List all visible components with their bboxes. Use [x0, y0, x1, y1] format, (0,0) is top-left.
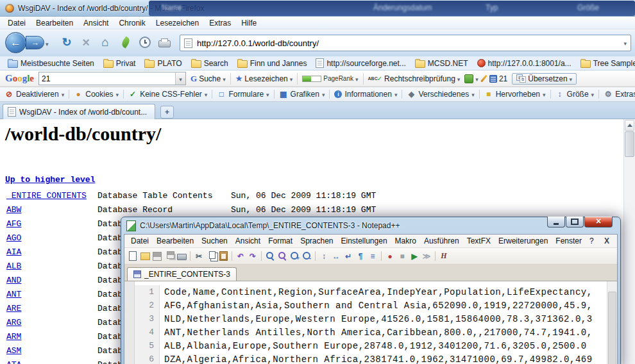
- print-icon[interactable]: [176, 251, 187, 261]
- menu-item[interactable]: Erweiterungen: [495, 236, 552, 246]
- spellcheck-button[interactable]: Rechtschreibprüfung: [368, 74, 461, 83]
- google-searchbox[interactable]: [38, 72, 186, 85]
- paste-icon[interactable]: [217, 251, 229, 261]
- google-search-button[interactable]: Suche: [190, 74, 226, 84]
- entry-link[interactable]: ANT: [6, 290, 97, 299]
- counter-widget[interactable]: 21: [489, 74, 507, 83]
- bookmark-item[interactable]: http://127.0.0.1:8001/a...: [473, 59, 575, 68]
- google-bookmarks-button[interactable]: Lesezeichen: [235, 74, 293, 83]
- url-bar[interactable]: [180, 35, 631, 51]
- refresh-button[interactable]: [59, 35, 74, 50]
- undo-icon[interactable]: ↶: [235, 251, 246, 261]
- replace-icon[interactable]: [276, 251, 288, 261]
- back-button[interactable]: [5, 32, 26, 53]
- entry-link[interactable]: AFG: [6, 219, 97, 229]
- history-button[interactable]: [137, 35, 153, 50]
- copy-icon[interactable]: [205, 251, 217, 261]
- entry-link[interactable]: ARE: [6, 304, 97, 313]
- entry-link[interactable]: ARM: [6, 332, 97, 342]
- editor-scrollbar-thumb[interactable]: [608, 292, 616, 364]
- history-dropdown-icon[interactable]: [46, 39, 49, 48]
- entry-link[interactable]: ALB: [6, 261, 97, 271]
- word-wrap-icon[interactable]: ↵: [343, 251, 354, 261]
- record-macro-icon[interactable]: ●: [384, 251, 396, 261]
- webdev-menu-button[interactable]: ✓ Keine CSS-Fehler: [128, 90, 214, 99]
- bookmark-item[interactable]: Tree Samples: [577, 59, 635, 68]
- entry-link[interactable]: AND: [6, 276, 97, 285]
- separator[interactable]: [232, 251, 232, 261]
- indent-guide-icon[interactable]: ≡: [367, 251, 378, 261]
- editor-area[interactable]: 1 Code,Name,Continent,Region,SurfaceArea…: [124, 281, 617, 364]
- entry-link[interactable]: AIA: [6, 247, 97, 257]
- menu-item[interactable]: Datei: [127, 236, 153, 246]
- bookmark-item[interactable]: Search: [187, 59, 232, 68]
- menu-item[interactable]: ?: [586, 236, 598, 246]
- stop-record-icon[interactable]: ■: [396, 251, 408, 261]
- menu-item[interactable]: TextFX: [463, 236, 495, 246]
- close-document-button[interactable]: X: [599, 236, 614, 245]
- webdev-menu-button[interactable]: i Informationen: [334, 90, 404, 99]
- webdev-menu-button[interactable]: ↕ Größe: [555, 90, 602, 99]
- document-tab[interactable]: _ENTIRE_CONTENTS-3: [127, 267, 237, 281]
- menu-item[interactable]: Makro: [391, 236, 420, 246]
- bookmark-item[interactable]: Finn und Jannes: [233, 59, 311, 68]
- separator[interactable]: [381, 251, 382, 261]
- print-button[interactable]: [157, 35, 172, 50]
- url-dropdown-icon[interactable]: [623, 38, 627, 47]
- google-search-input[interactable]: [39, 74, 175, 83]
- menu-item[interactable]: Suchen: [198, 236, 232, 246]
- menu-item[interactable]: Ansicht: [78, 17, 114, 29]
- webdev-menu-button[interactable]: ■ Hervorheben: [484, 90, 553, 99]
- find-icon[interactable]: [264, 251, 276, 261]
- tab-wsgidav[interactable]: WsgiDAV - Index of /world-db/count...: [3, 104, 155, 119]
- open-file-icon[interactable]: [139, 251, 151, 261]
- zoom-out-icon[interactable]: [301, 251, 312, 261]
- notepad-titlebar[interactable]: C:\Users\Martin\AppData\Local\Temp\_ENTI…: [124, 217, 618, 234]
- menu-item[interactable]: Format: [264, 236, 296, 246]
- entry-link[interactable]: ABW: [6, 205, 97, 215]
- new-tab-button[interactable]: +: [160, 106, 174, 119]
- minimize-button[interactable]: [547, 217, 565, 228]
- pagerank-widget[interactable]: PageRank: [302, 74, 358, 83]
- sync-vertical-icon[interactable]: ↕: [318, 251, 330, 261]
- forward-button[interactable]: [26, 36, 44, 49]
- menu-item[interactable]: Chronik: [114, 17, 150, 29]
- separator[interactable]: [315, 251, 316, 261]
- translate-button[interactable]: Übersetzen: [512, 73, 577, 85]
- view-html-icon[interactable]: H: [438, 251, 450, 261]
- entry-link[interactable]: _ENTIRE_CONTENTS: [6, 191, 97, 201]
- firefox-titlebar[interactable]: WsgiDAV - Index of /world-db/country/ - …: [0, 0, 635, 17]
- menu-item[interactable]: Bearbeiten: [31, 17, 78, 29]
- scrollbar-thumb[interactable]: [625, 131, 634, 157]
- bookmark-item[interactable]: Meistbesuchte Seiten: [4, 59, 98, 68]
- entry-link[interactable]: AGO: [6, 233, 97, 243]
- webdev-menu-button[interactable]: ● Cookies: [74, 90, 126, 99]
- menu-item[interactable]: Extras: [204, 17, 236, 29]
- webdev-menu-button[interactable]: ⊘ Deaktivieren: [4, 90, 71, 99]
- play-macro-icon[interactable]: ▶: [409, 251, 420, 261]
- google-search-dropdown[interactable]: [175, 72, 185, 85]
- cut-icon[interactable]: ✂: [193, 251, 205, 261]
- bookmark-item[interactable]: Privat: [99, 59, 140, 68]
- entry-link[interactable]: ASM: [6, 346, 97, 356]
- menu-item[interactable]: Einstellungen: [337, 236, 391, 246]
- send-to-button[interactable]: [464, 74, 478, 83]
- sage-feed-button[interactable]: [118, 35, 133, 50]
- save-file-icon[interactable]: [151, 251, 163, 261]
- home-button[interactable]: [97, 35, 113, 50]
- highlight-button[interactable]: [483, 74, 485, 83]
- save-all-icon[interactable]: [164, 251, 175, 261]
- run-macro-icon[interactable]: ≫: [421, 251, 432, 261]
- close-button[interactable]: [584, 217, 613, 228]
- bookmark-item[interactable]: MCSD.NET: [411, 59, 472, 68]
- menu-item[interactable]: Sprachen: [296, 236, 337, 246]
- zoom-in-icon[interactable]: [289, 251, 300, 261]
- webdev-menu-button[interactable]: ▦ Grafiken: [279, 90, 332, 99]
- browser-scrollbar[interactable]: [623, 119, 635, 364]
- entry-link[interactable]: ARG: [6, 318, 97, 327]
- entry-link[interactable]: ATA: [6, 360, 97, 364]
- bookmark-item[interactable]: PLATO: [140, 59, 185, 68]
- menu-item[interactable]: Ausführen: [420, 236, 463, 246]
- menu-item[interactable]: Ansicht: [232, 236, 264, 246]
- new-file-icon[interactable]: [127, 251, 139, 261]
